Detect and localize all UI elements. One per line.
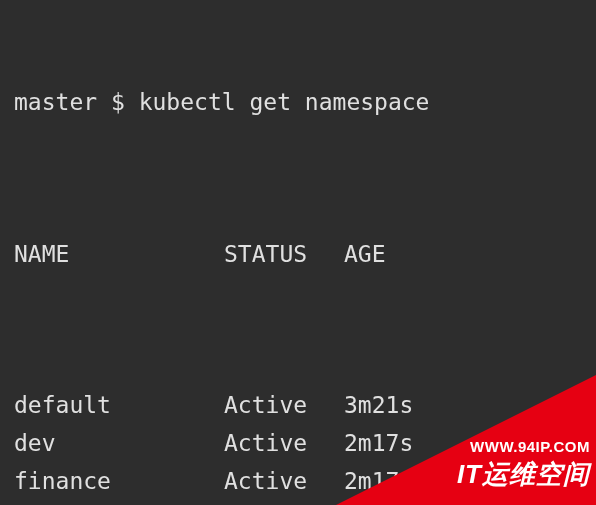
cell-name: default [14, 387, 224, 425]
watermark-label: IT运维空间 [457, 453, 590, 496]
watermark-banner: WWW.94IP.COM IT运维空间 [326, 370, 596, 505]
command-text: kubectl get namespace [139, 84, 430, 122]
table-header: NAMESTATUSAGE [14, 236, 596, 274]
prompt-host: master [14, 84, 97, 122]
header-name: NAME [14, 236, 224, 274]
cell-name: kube-node-lease [14, 501, 224, 505]
header-status: STATUS [224, 236, 344, 274]
header-age: AGE [344, 236, 386, 274]
cell-name: dev [14, 425, 224, 463]
command-line: master $ kubectl get namespace [14, 84, 596, 122]
prompt-symbol: $ [111, 84, 125, 122]
cell-name: finance [14, 463, 224, 501]
